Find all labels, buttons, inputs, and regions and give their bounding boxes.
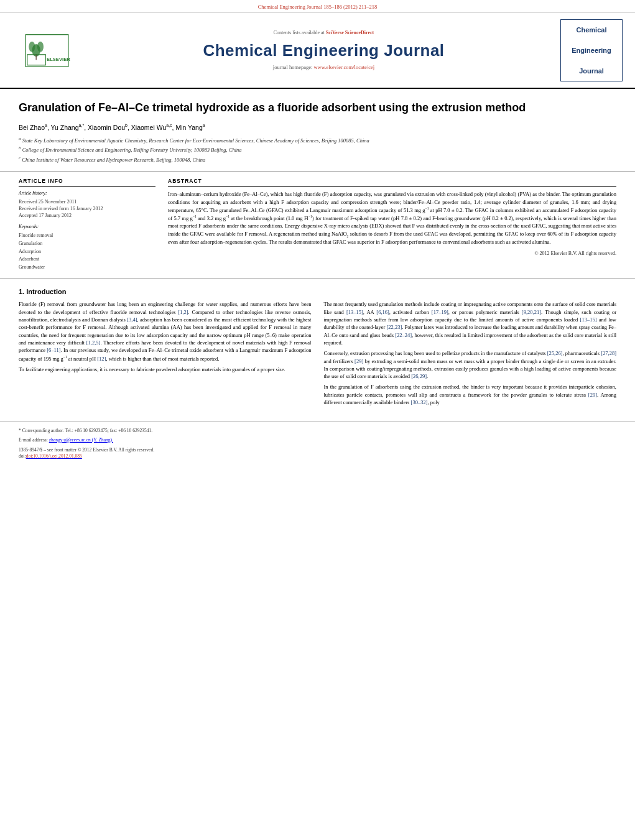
sidebar-title-line2: Engineering	[572, 45, 611, 56]
keyword-1: Fluoride removal	[19, 232, 155, 240]
ref-13-15[interactable]: [13–15]	[346, 309, 363, 315]
intro-para-4: Conversely, extrusion processing has lon…	[324, 349, 617, 380]
intro-para-2: To facilitate engineering applications, …	[19, 366, 312, 373]
abstract-copyright: © 2012 Elsevier B.V. All rights reserved…	[168, 250, 616, 257]
article-info-heading: ARTICLE INFO	[19, 178, 155, 187]
svg-point-4	[37, 41, 43, 52]
ref-26-29[interactable]: [26,29]	[411, 373, 427, 379]
keyword-2: Granulation	[19, 240, 155, 248]
journal-reference-banner: Chemical Engineering Journal 185–186 (20…	[0, 0, 635, 13]
abstract-text: Iron–aluminum–cerium hydroxide (Fe–Al–Ce…	[168, 190, 616, 246]
abstract-panel: ABSTRACT Iron–aluminum–cerium hydroxide …	[168, 178, 616, 272]
keyword-4: Adsorbent	[19, 256, 155, 264]
ref-29b[interactable]: [29]	[588, 392, 597, 398]
received-date: Received 25 November 2011	[19, 198, 155, 205]
ref-17-19[interactable]: [17–19]	[432, 309, 448, 315]
keywords-list: Fluoride removal Granulation Adsorption …	[19, 232, 155, 272]
accepted-date: Accepted 17 January 2012	[19, 212, 155, 219]
sciverse-line: Contents lists available at SciVerse Sci…	[274, 29, 374, 36]
journal-header: ELSEVIER Contents lists available at Sci…	[0, 13, 635, 90]
intro-para-3: The most frequently used granulation met…	[324, 300, 617, 346]
ref-6-16[interactable]: [6,16]	[376, 309, 389, 315]
article-info-abstract-area: ARTICLE INFO Article history: Received 2…	[0, 172, 635, 279]
article-header: Granulation of Fe–Al–Ce trimetal hydroxi…	[0, 89, 635, 171]
journal-ref-text: Chemical Engineering Journal 185–186 (20…	[258, 4, 378, 10]
article-history: Article history: Received 25 November 20…	[19, 190, 155, 219]
sidebar-title-line3: Journal	[579, 66, 604, 76]
body-two-col: Fluoride (F) removal from groundwater ha…	[19, 300, 616, 409]
email-label: E-mail address:	[19, 437, 48, 443]
page-footer: * Corresponding author. Tel.: +86 10 629…	[0, 422, 635, 463]
doi-link[interactable]: doi:10.1016/j.cej.2012.01.085	[26, 453, 82, 459]
exhibited-word: exhibited	[285, 207, 305, 213]
ref-30-32[interactable]: [30–32]	[411, 399, 428, 405]
article-info-panel: ARTICLE INFO Article history: Received 2…	[19, 178, 155, 272]
email-note: E-mail address: zhangy u@rcees.ac.cn (Y.…	[19, 436, 616, 443]
body-col-right: The most frequently used granulation met…	[324, 300, 617, 409]
ref-12[interactable]: [12]	[97, 355, 106, 361]
ref-1-2-5[interactable]: [1,2,5]	[86, 339, 101, 346]
homepage-url[interactable]: www.elsevier.com/locate/cej	[313, 64, 374, 70]
affiliation-a: a State Key Laboratory of Environmental …	[19, 136, 616, 145]
doi-line: doi:doi:10.1016/j.cej.2012.01.085	[19, 453, 616, 460]
ref-27-28[interactable]: [27,28]	[601, 350, 616, 356]
authors-line: Bei Zhaoa, Yu Zhanga,*, Xiaomin Doub, Xi…	[19, 122, 616, 132]
svg-text:ELSEVIER: ELSEVIER	[47, 57, 70, 62]
journal-sidebar-title: Chemical Engineering Journal	[560, 19, 623, 82]
affiliation-c: c China Institute of Water Resources and…	[19, 155, 616, 164]
body-area: 1. Introduction Fluoride (F) removal fro…	[0, 279, 635, 415]
page: Chemical Engineering Journal 185–186 (20…	[0, 0, 635, 840]
revised-date: Received in revised form 16 January 2012	[19, 205, 155, 212]
affiliations: a State Key Laboratory of Environmental …	[19, 136, 616, 164]
publisher-logo-area: ELSEVIER	[12, 19, 81, 82]
ref-29[interactable]: [29]	[355, 358, 363, 364]
issn-line: 1385-8947/$ – see front matter © 2012 El…	[19, 447, 616, 460]
intro-heading: 1. Introduction	[19, 287, 616, 297]
history-label: Article history:	[19, 190, 155, 197]
intro-para-1: Fluoride (F) removal from groundwater ha…	[19, 300, 312, 362]
ref-3-4[interactable]: [3,4]	[127, 316, 137, 323]
corresponding-note-text: * Corresponding author. Tel.: +86 10 629…	[19, 428, 152, 433]
sciverse-link[interactable]: SciVerse ScienceDirect	[326, 30, 374, 35]
article-title: Granulation of Fe–Al–Ce trimetal hydroxi…	[19, 100, 616, 116]
keywords-label: Keywords:	[19, 224, 155, 231]
keyword-5: Groundwater	[19, 264, 155, 272]
issn-text: 1385-8947/$ – see front matter © 2012 El…	[19, 447, 616, 454]
affiliation-b: b College of Environmental Science and E…	[19, 145, 616, 154]
abstract-heading: ABSTRACT	[168, 178, 616, 187]
sidebar-title-line1: Chemical	[577, 25, 607, 35]
journal-title: Chemical Engineering Journal	[203, 39, 444, 62]
svg-point-3	[29, 41, 35, 52]
ref-6-11[interactable]: [6–11]	[47, 347, 60, 353]
keywords-section: Keywords: Fluoride removal Granulation A…	[19, 224, 155, 271]
keyword-3: Adsorption	[19, 248, 155, 256]
journal-homepage: journal homepage: www.elsevier.com/locat…	[273, 64, 374, 72]
journal-title-area: Contents lists available at SciVerse Sci…	[87, 19, 560, 82]
ref-13-15b[interactable]: [13–15]	[580, 316, 597, 323]
ref-22-24[interactable]: [22–24]	[395, 332, 412, 338]
elsevier-logo: ELSEVIER	[21, 34, 73, 68]
ref-1-2[interactable]: [1,2]	[178, 309, 188, 315]
email-link[interactable]: zhangy u@rcees.ac.cn (Y. Zhang).	[49, 437, 113, 443]
ref-25-26[interactable]: [25,26]	[547, 350, 563, 356]
doi-text: doi:10.1016/j.cej.2012.01.085	[26, 453, 82, 459]
body-col-left: Fluoride (F) removal from groundwater ha…	[19, 300, 312, 409]
email-address: zhangy u@rcees.ac.cn (Y. Zhang).	[49, 437, 113, 443]
ref-22-23[interactable]: [22,23]	[387, 324, 402, 330]
ref-9-20-21[interactable]: [9,20,21]	[522, 309, 541, 315]
corresponding-author-note: * Corresponding author. Tel.: +86 10 629…	[19, 427, 616, 434]
intro-para-5: In the granulation of F adsorbents using…	[324, 383, 617, 406]
